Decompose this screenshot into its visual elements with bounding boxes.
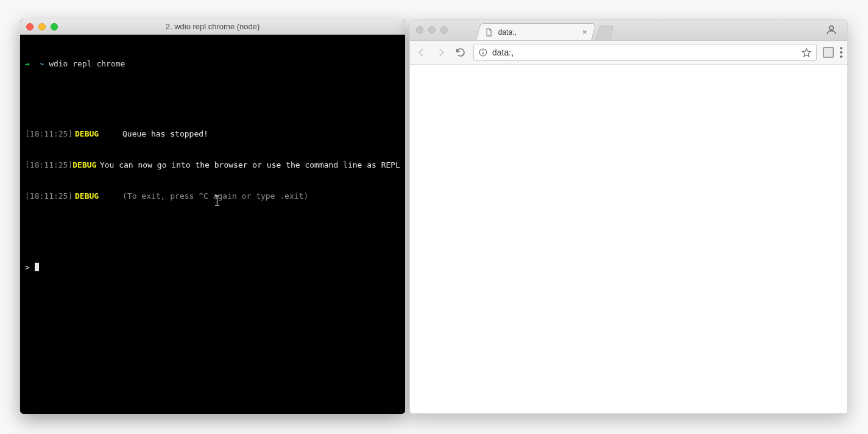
window-controls [20,23,58,30]
svg-point-5 [840,51,842,54]
terminal-log-line: [18:11:25]DEBUGYou can now go into the b… [25,160,400,170]
terminal-log-line: [18:11:25]DEBUG(To exit, press ^C again … [25,191,400,201]
terminal-title: 2. wdio repl chrome (node) [20,22,405,31]
close-window-button[interactable] [26,23,34,30]
file-icon [485,28,493,37]
log-level: DEBUG [75,191,122,201]
svg-point-4 [840,47,842,49]
prompt-path: ~ [39,59,44,68]
profile-avatar-icon[interactable] [825,24,838,36]
log-timestamp: [18:11:25] [25,191,75,201]
browser-tabstrip: data:, × [410,20,847,40]
repl-caret: > [25,263,30,272]
forward-button[interactable] [434,46,448,59]
url-text: data:, [492,48,797,57]
log-message: Queue has stopped! [122,129,400,139]
terminal-prompt-line: → ~ wdio repl chrome [25,59,400,69]
minimize-window-button[interactable] [428,26,436,34]
new-tab-button[interactable] [596,26,614,40]
chrome-menu-button[interactable] [840,47,842,58]
terminal-window: 2. wdio repl chrome (node) → ~ wdio repl… [20,19,405,414]
log-level: DEBUG [75,129,122,139]
svg-point-0 [830,26,834,30]
terminal-body[interactable]: → ~ wdio repl chrome [18:11:25]DEBUGQueu… [20,35,405,414]
extension-icon[interactable] [823,47,834,58]
terminal-titlebar: 2. wdio repl chrome (node) [20,19,405,35]
browser-viewport[interactable] [410,65,847,413]
svg-point-6 [840,55,842,58]
toolbar-right [823,47,842,58]
bookmark-star-icon[interactable] [802,48,811,57]
zoom-window-button[interactable] [440,26,448,34]
tab-close-button[interactable]: × [582,27,587,37]
window-controls-inactive [415,26,478,34]
site-info-icon[interactable] [479,48,487,57]
tab-title: data:, [498,28,573,37]
prompt-arrow-icon: → [25,59,30,68]
minimize-window-button[interactable] [38,23,46,30]
text-cursor-icon [35,263,39,271]
browser-window: data:, × data:, [409,19,848,414]
back-button[interactable] [415,46,428,59]
zoom-window-button[interactable] [51,23,58,30]
reload-button[interactable] [454,46,467,59]
terminal-log-line: [18:11:25]DEBUGQueue has stopped! [25,129,400,139]
log-message: You can now go into the browser or use t… [100,160,400,170]
log-timestamp: [18:11:25] [25,129,75,139]
browser-tab[interactable]: data:, × [476,23,596,40]
repl-prompt[interactable]: > [25,262,400,272]
log-timestamp: [18:11:25] [25,160,72,170]
terminal-log-block: [18:11:25]DEBUGQueue has stopped! [18:11… [25,108,400,222]
prompt-command: wdio repl chrome [49,59,125,68]
close-window-button[interactable] [416,26,423,34]
browser-toolbar: data:, [410,40,847,65]
log-level: DEBUG [72,160,100,170]
address-bar[interactable]: data:, [473,44,817,61]
log-message: (To exit, press ^C again or type .exit) [122,191,400,201]
